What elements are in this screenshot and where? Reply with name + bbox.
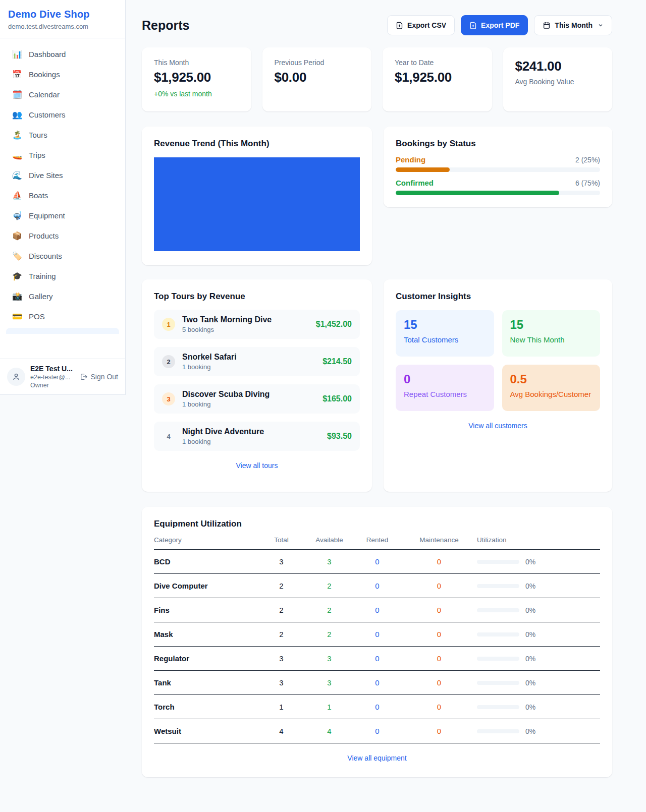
utilization-percent: 0% (525, 582, 535, 590)
page-title: Reports (142, 18, 189, 33)
equipment-rented: 0 (353, 598, 401, 622)
tour-revenue: $93.50 (327, 432, 352, 441)
calendar-icon (543, 21, 551, 29)
sidebar-item-tours[interactable]: 🏝️ Tours (6, 126, 119, 144)
status-count-confirmed: 6 (75%) (575, 179, 600, 187)
insight-tile-avg-bookings: 0.5 Avg Bookings/Customer (502, 365, 601, 411)
top-tours-card: Top Tours by Revenue 1 Two Tank Morning … (142, 279, 372, 492)
header-actions: Export CSV Export PDF This Month (387, 15, 612, 35)
avatar (7, 368, 25, 386)
utilization-bar (477, 705, 519, 709)
sidebar-item-label: Equipment (29, 211, 65, 220)
table-row: Mask 2 2 0 0 0% (154, 622, 600, 647)
tour-revenue: $1,452.00 (316, 320, 352, 329)
sidebar-item-pos[interactable]: 💳 POS (6, 308, 119, 325)
equipment-rented: 0 (353, 550, 401, 574)
sidebar-item-label: Training (29, 272, 56, 280)
sidebar-item-dive-sites[interactable]: 🌊 Dive Sites (6, 166, 119, 184)
insight-value: 15 (404, 318, 486, 332)
sidebar-nav: 📊 Dashboard 📅 Bookings 🗓️ Calendar 👥 Cus… (0, 38, 125, 359)
equipment-utilization-card: Equipment Utilization Category Total Ava… (142, 507, 612, 777)
chevron-down-icon (598, 22, 604, 28)
table-row: Dive Computer 2 2 0 0 0% (154, 574, 600, 598)
sign-out-button[interactable]: Sign Out (80, 373, 118, 381)
sidebar-item-customers[interactable]: 👥 Customers (6, 106, 119, 124)
sidebar-item-label: Tours (29, 131, 47, 139)
equipment-maintenance: 0 (401, 695, 477, 719)
equipment-available: 2 (305, 622, 353, 647)
equipment-rented: 0 (353, 719, 401, 743)
insight-label: Total Customers (404, 335, 486, 344)
equipment-available: 3 (305, 671, 353, 695)
sidebar-item-label: Products (29, 231, 59, 240)
equipment-table: Category Total Available Rented Maintena… (154, 536, 600, 743)
sidebar: Demo Dive Shop demo.test.divestreams.com… (0, 0, 126, 395)
customer-insights-title: Customer Insights (396, 292, 600, 302)
equipment-maintenance: 0 (401, 622, 477, 647)
equipment-category: Dive Computer (154, 574, 257, 598)
sidebar-item-training[interactable]: 🎓 Training (6, 267, 119, 285)
tour-bookings: 1 booking (182, 363, 237, 371)
insight-value: 15 (510, 318, 593, 332)
tour-row: 2 Snorkel Safari 1 booking $214.50 (154, 347, 360, 376)
export-csv-button[interactable]: Export CSV (387, 15, 455, 35)
sidebar-item-label: Discounts (29, 252, 62, 260)
equipment-rented: 0 (353, 695, 401, 719)
sidebar-item-label: Dashboard (29, 50, 66, 59)
sign-out-label: Sign Out (91, 373, 118, 381)
equipment-maintenance: 0 (401, 671, 477, 695)
user-meta: E2E Test U... e2e-tester@... Owner (30, 365, 75, 389)
user-panel: E2E Test U... e2e-tester@... Owner Sign … (0, 359, 125, 394)
tour-bookings: 1 booking (182, 438, 264, 445)
sidebar-item-equipment[interactable]: 🤿 Equipment (6, 207, 119, 224)
sidebar-item-boats[interactable]: ⛵ Boats (6, 187, 119, 204)
table-row: Fins 2 2 0 0 0% (154, 598, 600, 622)
tour-row: 1 Two Tank Morning Dive 5 bookings $1,45… (154, 310, 360, 339)
equipment-maintenance: 0 (401, 574, 477, 598)
utilization-bar (477, 681, 519, 685)
revenue-trend-chart (154, 157, 360, 251)
view-all-tours-link[interactable]: View all tours (154, 461, 360, 470)
utilization-percent: 0% (525, 679, 535, 687)
sidebar-item-gallery[interactable]: 📸 Gallery (6, 287, 119, 305)
sidebar-item-products[interactable]: 📦 Products (6, 227, 119, 245)
utilization-percent: 0% (525, 630, 535, 639)
tour-name: Snorkel Safari (182, 353, 237, 362)
equipment-utilization-title: Equipment Utilization (154, 519, 600, 529)
view-all-equipment-link[interactable]: View all equipment (154, 754, 600, 762)
equipment-total: 3 (257, 647, 305, 671)
sidebar-item-calendar[interactable]: 🗓️ Calendar (6, 86, 119, 103)
equipment-available: 3 (305, 647, 353, 671)
equipment-rented: 0 (353, 647, 401, 671)
equipment-rented: 0 (353, 622, 401, 647)
equipment-maintenance: 0 (401, 550, 477, 574)
export-pdf-label: Export PDF (481, 21, 519, 29)
sidebar-item-label: Gallery (29, 292, 53, 301)
user-name: E2E Test U... (30, 365, 75, 373)
period-dropdown[interactable]: This Month (534, 15, 612, 35)
sidebar-item-bookings[interactable]: 📅 Bookings (6, 66, 119, 83)
sidebar-item-trips[interactable]: 🚤 Trips (6, 146, 119, 164)
sidebar-item-discounts[interactable]: 🏷️ Discounts (6, 247, 119, 265)
utilization-bar (477, 632, 519, 636)
status-bar-pending (396, 167, 450, 172)
stat-label: Year to Date (395, 59, 480, 67)
diving-mask-icon: 🤿 (12, 211, 22, 220)
column-header-utilization: Utilization (477, 536, 600, 550)
sidebar-item-label: Dive Sites (29, 171, 63, 180)
credit-card-icon: 💳 (12, 312, 22, 321)
utilization-percent: 0% (525, 655, 535, 663)
sidebar-item-dashboard[interactable]: 📊 Dashboard (6, 45, 119, 63)
status-bar-track (396, 191, 600, 195)
export-pdf-button[interactable]: Export PDF (461, 15, 528, 35)
equipment-total: 1 (257, 695, 305, 719)
period-label: This Month (555, 21, 593, 29)
sidebar-item-reports-partial[interactable] (6, 328, 119, 334)
tag-icon: 🏷️ (12, 251, 22, 261)
sidebar-item-label: Bookings (29, 70, 60, 79)
person-icon (12, 372, 21, 381)
view-all-customers-link[interactable]: View all customers (396, 422, 600, 430)
equipment-total: 3 (257, 671, 305, 695)
column-header-maintenance: Maintenance (401, 536, 477, 550)
tour-name: Two Tank Morning Dive (182, 315, 272, 324)
